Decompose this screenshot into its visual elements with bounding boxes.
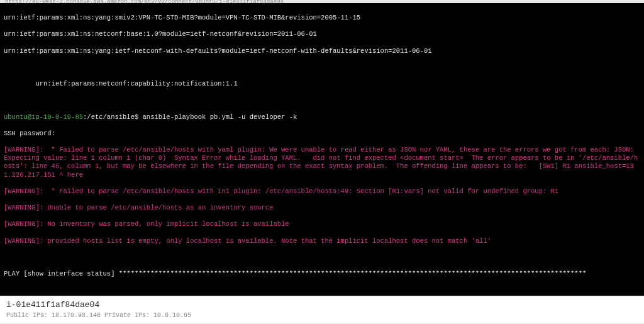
blank-line (4, 286, 640, 294)
prompt-path: :/etc/ansible$ (83, 113, 138, 121)
blank-line (4, 64, 640, 72)
private-ip-value: 10.0.10.85 (153, 312, 191, 319)
ssh-password-prompt: SSH password: (4, 130, 640, 138)
instance-ips: Public IPs: 18.170.98.146 Private IPs: 1… (6, 312, 638, 319)
blank-line (4, 96, 640, 104)
prompt-command: ansible-playbook pb.yml -u developer -k (138, 113, 297, 121)
warning-line: [WARNING]: * Failed to parse /etc/ansibl… (4, 187, 640, 196)
browser-address-bar[interactable]: https://eu-west-2.console.aws.amazon.com… (0, 0, 644, 3)
instance-footer: i-01e411f1af84dae04 Public IPs: 18.170.9… (0, 296, 644, 323)
shell-prompt-line: ubuntu@ip-10-0-10-85:/etc/ansible$ ansib… (4, 113, 640, 121)
warning-line: [WARNING]: * Failed to parse /etc/ansibl… (4, 146, 640, 179)
public-ip-label: Public IPs: (6, 312, 52, 319)
blank-line (4, 254, 640, 262)
capability-line: urn:ietf:params:xml:ns:yang:ietf-netconf… (4, 47, 640, 55)
warning-line: [WARNING]: Unable to parse /etc/ansible/… (4, 204, 640, 212)
private-ip-label: Private IPs: (101, 312, 153, 319)
capability-line: urn:ietf:params:xml:ns:netconf:base:1.0?… (4, 30, 640, 38)
capability-line: urn:ietf:params:netconf:capability:notif… (4, 80, 640, 88)
warning-line: [WARNING]: provided hosts list is empty,… (4, 237, 640, 245)
prompt-user: ubuntu@ip-10-0-10-85 (4, 113, 83, 121)
public-ip-value: 18.170.98.146 (52, 312, 101, 319)
warning-line: [WARNING]: No inventory was parsed, only… (4, 220, 640, 228)
play-header: PLAY [show interface status] ***********… (4, 270, 640, 278)
terminal-output[interactable]: urn:ietf:params:xml:ns:yang:smiv2:VPN-TC… (0, 3, 644, 296)
capability-line: urn:ietf:params:xml:ns:yang:smiv2:VPN-TC… (4, 14, 640, 22)
url-text: https://eu-west-2.console.aws.amazon.com… (5, 0, 639, 5)
instance-id: i-01e411f1af84dae04 (6, 300, 638, 310)
